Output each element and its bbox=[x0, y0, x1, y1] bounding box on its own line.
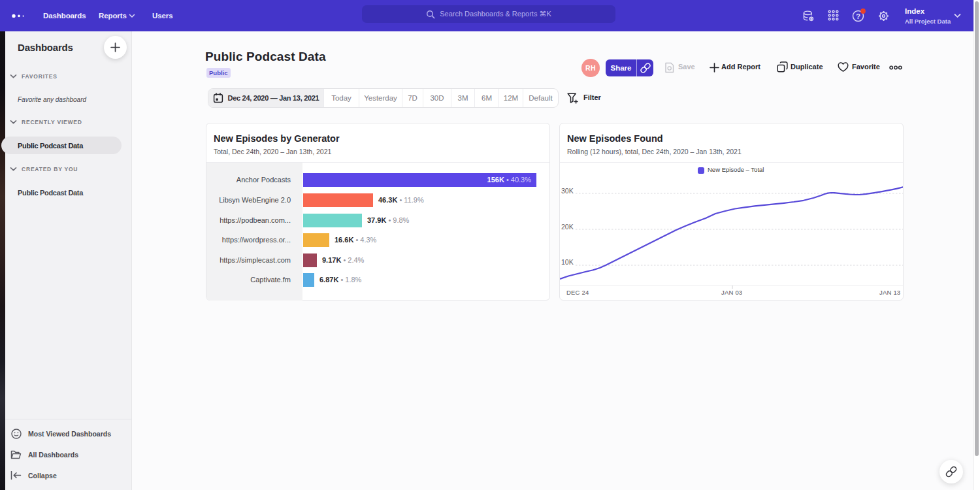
svg-text:?: ? bbox=[856, 12, 860, 20]
